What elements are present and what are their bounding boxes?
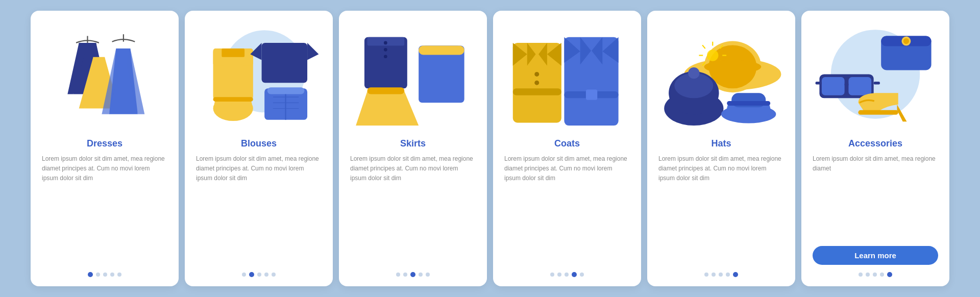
- svg-rect-34: [368, 87, 405, 94]
- card-accessories: Accessories Lorem ipsum dolor sit dim am…: [801, 11, 949, 286]
- svg-point-44: [534, 81, 539, 85]
- dot: [550, 273, 554, 277]
- svg-rect-16: [262, 43, 307, 83]
- card-skirts: Skirts Lorem ipsum dolor sit dim amet, m…: [339, 11, 487, 286]
- card-coats-title: Coats: [554, 138, 580, 149]
- dot: [103, 273, 107, 277]
- svg-point-65: [704, 60, 761, 73]
- card-skirts-text: Lorem ipsum dolor sit dim amet, mea regi…: [350, 154, 476, 265]
- card-coats: Coats Lorem ipsum dolor sit dim amet, me…: [493, 11, 641, 286]
- dot: [242, 273, 246, 277]
- dot: [403, 273, 407, 277]
- svg-rect-83: [816, 82, 822, 85]
- svg-rect-80: [822, 77, 845, 95]
- dot: [880, 273, 884, 277]
- svg-point-57: [707, 50, 718, 61]
- svg-rect-37: [419, 46, 464, 55]
- card-hats-dots: [704, 272, 738, 277]
- card-skirts-title: Skirts: [400, 138, 426, 149]
- svg-point-33: [384, 55, 387, 58]
- card-blouses-dots: [242, 272, 276, 277]
- dot: [96, 273, 100, 277]
- svg-rect-53: [586, 90, 597, 100]
- dot: [704, 273, 708, 277]
- card-dresses: Dresses Lorem ipsum dolor sit dim amet, …: [31, 11, 179, 286]
- svg-rect-84: [874, 82, 880, 85]
- dot-active: [410, 272, 415, 277]
- dot: [859, 273, 863, 277]
- svg-rect-82: [845, 83, 849, 86]
- svg-rect-85: [858, 110, 898, 115]
- card-blouses-image: [196, 21, 322, 133]
- dot: [117, 273, 121, 277]
- card-skirts-image: [350, 21, 476, 133]
- cards-container: Dresses Lorem ipsum dolor sit dim amet, …: [15, 1, 965, 296]
- dot: [866, 273, 870, 277]
- card-dresses-text: Lorem ipsum dolor sit dim amet, mea regi…: [42, 154, 167, 265]
- dot: [712, 273, 716, 277]
- card-accessories-dots: [859, 272, 892, 277]
- svg-rect-46: [513, 88, 561, 95]
- svg-point-78: [903, 38, 909, 44]
- card-dresses-title: Dresses: [87, 138, 122, 149]
- card-hats: Hats Lorem ipsum dolor sit dim amet, mea…: [647, 11, 795, 286]
- svg-point-32: [384, 48, 387, 52]
- svg-line-62: [702, 45, 705, 48]
- svg-rect-73: [727, 101, 770, 106]
- svg-point-31: [384, 41, 387, 45]
- dot: [557, 273, 561, 277]
- dot: [726, 273, 730, 277]
- svg-rect-22: [213, 97, 253, 102]
- svg-rect-81: [848, 77, 871, 95]
- card-accessories-image: [813, 21, 938, 133]
- dot: [873, 273, 877, 277]
- dot-active: [88, 272, 93, 277]
- dot-active: [887, 272, 892, 277]
- card-coats-image: [504, 21, 630, 133]
- card-accessories-title: Accessories: [848, 138, 902, 149]
- card-skirts-dots: [396, 272, 430, 277]
- svg-marker-18: [307, 43, 318, 60]
- dot: [264, 273, 268, 277]
- card-coats-text: Lorem ipsum dolor sit dim amet, mea regi…: [504, 154, 630, 265]
- dot-active: [733, 272, 738, 277]
- dot: [272, 273, 276, 277]
- card-blouses: Blouses Lorem ipsum dolor sit dim amet, …: [185, 11, 333, 286]
- dot: [565, 273, 569, 277]
- dot: [110, 273, 114, 277]
- dot: [419, 273, 423, 277]
- card-accessories-text: Lorem ipsum dolor sit dim amet, mea regi…: [813, 154, 938, 241]
- svg-point-43: [534, 72, 539, 77]
- card-blouses-text: Lorem ipsum dolor sit dim amet, mea regi…: [196, 154, 322, 265]
- card-hats-title: Hats: [711, 138, 731, 149]
- dot: [580, 273, 584, 277]
- card-dresses-dots: [88, 272, 121, 277]
- card-hats-image: [658, 21, 784, 133]
- card-blouses-title: Blouses: [241, 138, 277, 149]
- dot-active: [572, 272, 577, 277]
- dot-active: [249, 272, 254, 277]
- card-dresses-image: [42, 21, 167, 133]
- dot: [257, 273, 261, 277]
- svg-rect-24: [267, 87, 305, 94]
- dot: [396, 273, 400, 277]
- svg-rect-15: [222, 48, 244, 57]
- dot: [426, 273, 430, 277]
- card-coats-dots: [550, 272, 584, 277]
- dot: [719, 273, 723, 277]
- learn-more-button[interactable]: Learn more: [813, 246, 938, 265]
- card-hats-text: Lorem ipsum dolor sit dim amet, mea regi…: [658, 154, 784, 265]
- svg-point-69: [688, 67, 699, 79]
